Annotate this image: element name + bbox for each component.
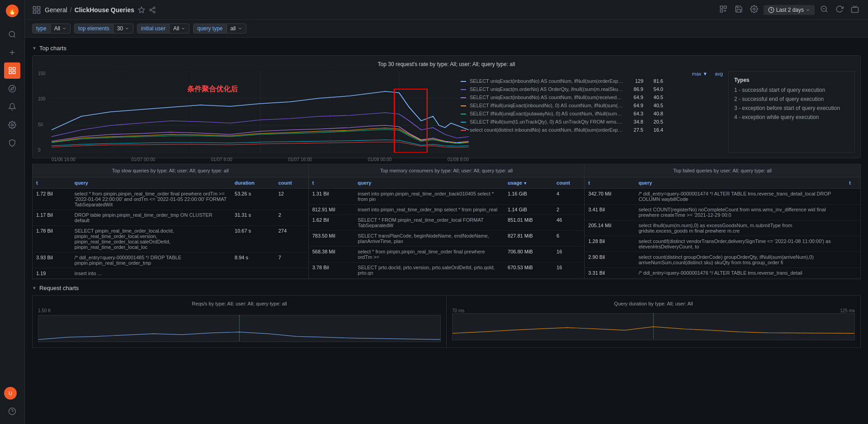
sidebar-item-explore[interactable] <box>4 81 20 97</box>
main-chart-container: Top 30 request's rate by type: All; user… <box>32 55 861 158</box>
filter-type-label: type <box>32 24 51 33</box>
table-row[interactable]: 1.28 Bil select countIf(distinct vendorT… <box>585 236 860 252</box>
filter-top-elements-value[interactable]: 30 <box>113 24 133 33</box>
sidebar-item-settings[interactable] <box>4 117 20 133</box>
legend-item-1[interactable]: SELECT uniqExact(m.orderNo) AS OrderQty,… <box>461 86 723 92</box>
legend-avg-0: 81.6 <box>647 78 663 84</box>
table-row[interactable]: 1.19 insert into ... <box>33 268 308 279</box>
legend-item-4[interactable]: SELECT ifNull(uniqExact(putawayNo), 0) A… <box>461 111 723 116</box>
sidebar-item-add[interactable] <box>4 44 20 61</box>
legend-item-3[interactable]: SELECT ifNull(uniqExact(inboundNo), 0) A… <box>461 103 723 108</box>
add-panel-icon[interactable] <box>717 3 729 16</box>
legend-item-0[interactable]: SELECT uniqExact(inboundNo) AS countNum,… <box>461 78 723 84</box>
filter-type-value[interactable]: All <box>51 24 71 33</box>
fail-query-3: select countIf(distinct vendorTransOrder… <box>635 236 845 252</box>
svg-rect-17 <box>33 10 36 13</box>
table-row[interactable]: 3.31 Bil /* ddl_entry=query-0000001476 *… <box>585 268 860 278</box>
star-icon[interactable] <box>138 6 145 14</box>
failed-col-query[interactable]: query <box>635 177 845 189</box>
sidebar-item-help[interactable] <box>4 403 20 419</box>
slow-queries-col-t[interactable]: t <box>33 177 71 189</box>
legend-max-1: 86.9 <box>627 86 643 92</box>
sidebar: 🔥 U <box>0 0 25 424</box>
header-icons: Last 2 days <box>717 3 861 16</box>
breadcrumb-parent[interactable]: General <box>45 6 67 14</box>
request-charts-section-header[interactable]: ▼ Request charts <box>32 285 861 291</box>
types-panel-title: Types <box>734 77 849 83</box>
table-row[interactable]: 783.50 Mil SELECT transPlanCode, beginNo… <box>309 231 585 247</box>
sq-count-4 <box>275 268 308 279</box>
legend-max-4: 64.3 <box>627 111 643 116</box>
legend-max-btn[interactable]: max ▼ <box>692 71 708 76</box>
y-axis: 150 100 50 0 <box>38 71 46 152</box>
table-row[interactable]: 1.31 Bil insert into pinpin.pinpin_real_… <box>309 189 585 205</box>
sidebar-item-dashboard[interactable] <box>4 62 20 79</box>
tv-icon[interactable] <box>849 3 861 16</box>
sq-t-3: 3.93 Bil <box>33 252 71 268</box>
legend-item-6[interactable]: select count(distinct inboundNo) as coun… <box>461 127 723 133</box>
legend-item-5[interactable]: SELECT ifNull(sum(t1.unTrackQty), 0) AS … <box>461 119 723 124</box>
slow-queries-col-count[interactable]: count <box>275 177 308 189</box>
slow-queries-col-query[interactable]: query <box>71 177 231 189</box>
memory-col-query[interactable]: query <box>354 177 504 189</box>
legend-text-4: SELECT ifNull(uniqExact(putawayNo), 0) A… <box>470 111 623 116</box>
legend-avg-btn[interactable]: avg <box>715 71 723 76</box>
table-row[interactable]: 3.93 Bil /* ddl_entry=query-0000001485 *… <box>33 252 308 268</box>
top-charts-chevron: ▼ <box>32 46 37 51</box>
sidebar-item-shield[interactable] <box>4 135 20 151</box>
svg-point-12 <box>11 124 14 126</box>
table-row[interactable]: 1.62 Bil SELECT * FROM pinpin_real_time_… <box>309 215 585 231</box>
filter-query-type-value[interactable]: all <box>227 24 246 33</box>
svg-rect-9 <box>13 71 15 74</box>
sidebar-item-alerts[interactable] <box>4 99 20 115</box>
type-item-2: 3 - exception before start of query exec… <box>734 105 849 111</box>
reqs-chart-area <box>38 315 441 342</box>
legend-max-6: 27.5 <box>627 127 643 133</box>
svg-text:🔥: 🔥 <box>8 6 17 15</box>
time-range-picker[interactable]: Last 2 days <box>764 5 815 15</box>
top-charts-section-header[interactable]: ▼ Top charts <box>32 45 861 52</box>
table-row[interactable]: 1.17 Bil DROP table pinpin.pinpin_real_t… <box>33 210 308 226</box>
svg-rect-25 <box>720 6 722 8</box>
sq-query-1: DROP table pinpin.pinpin_real_time_order… <box>71 210 231 226</box>
slow-queries-col-duration[interactable]: duration <box>231 177 275 189</box>
table-row[interactable]: 2.90 Bil select count(distinct groupOrde… <box>585 252 860 268</box>
svg-point-22 <box>153 11 155 13</box>
legend-avg-3: 40.5 <box>647 103 663 108</box>
svg-marker-19 <box>138 7 144 13</box>
refresh-icon[interactable] <box>834 3 845 16</box>
memory-col-count[interactable]: count <box>553 177 584 189</box>
mem-usage-3: 827.81 MiB <box>504 231 553 247</box>
table-row[interactable]: 205.14 Mil select ifnull(sum(m.num),0) a… <box>585 220 860 236</box>
save-icon[interactable] <box>733 3 745 16</box>
failed-col-t2[interactable]: t <box>845 177 860 189</box>
main-chart-area: 150 100 50 0 <box>38 71 855 152</box>
failed-col-t[interactable]: t <box>585 177 635 189</box>
legend-max-3: 64.9 <box>627 103 643 108</box>
legend-item-2[interactable]: SELECT uniqExact(inboundNo) AS countNum,… <box>461 95 723 100</box>
duration-y-labels: 70 ms 125 ms <box>452 308 855 313</box>
table-row[interactable]: 3.78 Bil SELECT prto.docId, prto.version… <box>309 262 585 278</box>
sidebar-item-search[interactable] <box>4 26 20 43</box>
fail-query-1: select COUNT(registerNo) noCompleteCount… <box>635 205 845 220</box>
table-row[interactable]: 3.41 Bil select COUNT(registerNo) noComp… <box>585 205 860 220</box>
memory-col-usage[interactable]: usage <box>504 177 553 189</box>
zoom-out-icon[interactable] <box>818 3 830 16</box>
settings-icon[interactable] <box>748 3 760 16</box>
user-avatar[interactable]: U <box>4 387 17 400</box>
filter-query-type-label: query type <box>193 24 226 33</box>
svg-point-10 <box>9 86 16 92</box>
filter-initial-user-value[interactable]: All <box>170 24 189 33</box>
fail-t2-4 <box>845 252 860 268</box>
fail-t2-3 <box>845 236 860 252</box>
legend-text-1: SELECT uniqExact(m.orderNo) AS OrderQty,… <box>470 86 623 92</box>
table-row[interactable]: 812.91 Mil insert into pinpin_real_time_… <box>309 205 585 215</box>
table-row[interactable]: 568.38 Mil select * from pinpin.pinpin_r… <box>309 247 585 262</box>
share-icon[interactable] <box>149 6 156 14</box>
table-row[interactable]: 1.72 Bil select * from pinpin.pinpin_rea… <box>33 189 308 210</box>
app-logo[interactable]: 🔥 <box>5 4 19 18</box>
table-row[interactable]: 342.70 Mil /* ddl_entry=query-0000001474… <box>585 189 860 205</box>
table-row[interactable]: 1.78 Bil SELECT pinpin_real_time_order_l… <box>33 226 308 252</box>
memory-col-t[interactable]: t <box>309 177 354 189</box>
mem-query-4: select * from pinpin.pinpin_real_time_or… <box>354 247 504 262</box>
